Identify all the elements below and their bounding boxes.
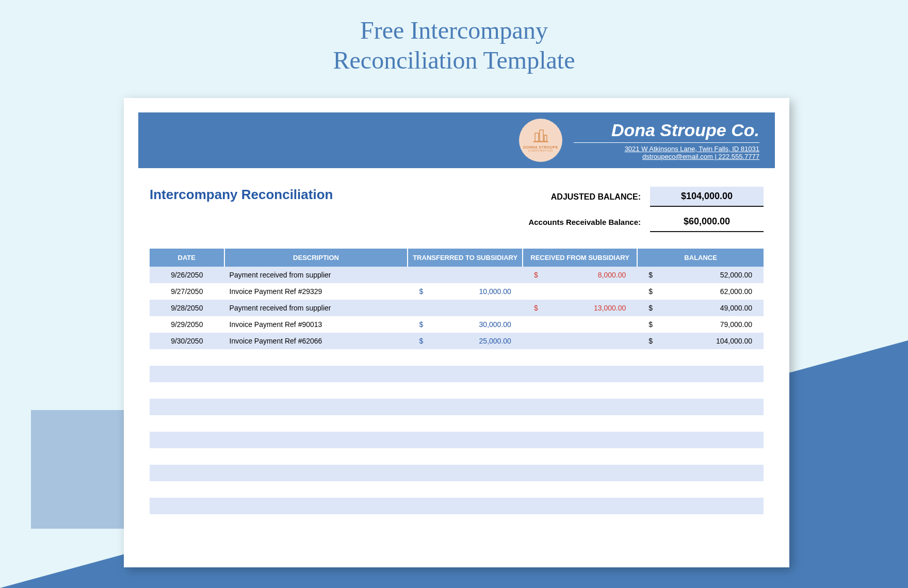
logo-text: DONNA STROUPE bbox=[523, 145, 558, 149]
table-row-empty bbox=[150, 349, 764, 366]
cell-description: Payment received from supplier bbox=[224, 267, 408, 283]
cell-empty bbox=[224, 415, 408, 432]
dollar-sign: $ bbox=[419, 337, 423, 345]
cell-received bbox=[523, 316, 637, 333]
table-row-empty bbox=[150, 415, 764, 432]
cell-empty bbox=[408, 366, 522, 382]
cell-transferred: $10,000.00 bbox=[408, 283, 522, 300]
logo-subtext: CORPORATION bbox=[528, 149, 553, 152]
dollar-sign: $ bbox=[648, 271, 653, 279]
table-row-empty bbox=[150, 448, 764, 465]
company-name: Dona Stroupe Co. bbox=[574, 120, 759, 140]
svg-rect-2 bbox=[544, 135, 547, 141]
cell-transferred: $30,000.00 bbox=[408, 316, 522, 333]
adjusted-balance-label: ADJUSTED BALANCE: bbox=[551, 192, 650, 202]
page-title-line1: Free Intercompany bbox=[360, 17, 548, 44]
cell-empty bbox=[637, 465, 764, 481]
building-icon bbox=[533, 129, 548, 144]
cell-empty bbox=[408, 382, 522, 399]
cell-balance: $52,000.00 bbox=[637, 267, 764, 283]
cell-empty bbox=[150, 448, 224, 465]
dollar-sign: $ bbox=[648, 320, 653, 329]
cell-empty bbox=[224, 349, 408, 366]
cell-empty bbox=[150, 399, 224, 415]
cell-empty bbox=[637, 498, 764, 514]
cell-empty bbox=[408, 399, 522, 415]
cell-received bbox=[523, 283, 637, 300]
cell-balance: $49,000.00 bbox=[637, 300, 764, 316]
reconciliation-table: DATE DESCRIPTION TRANSFERRED TO SUBSIDIA… bbox=[150, 249, 764, 514]
cell-transferred bbox=[408, 267, 522, 283]
cell-empty bbox=[637, 399, 764, 415]
amount: 79,000.00 bbox=[720, 320, 752, 329]
cell-date: 9/29/2050 bbox=[150, 316, 224, 333]
col-header-received: RECEIVED FROM SUBSIDIARY bbox=[523, 249, 637, 267]
dollar-sign: $ bbox=[648, 337, 653, 345]
amount: 30,000.00 bbox=[479, 320, 511, 329]
cell-empty bbox=[224, 382, 408, 399]
cell-empty bbox=[523, 432, 637, 448]
page-title-line2: Reconciliation Template bbox=[333, 46, 575, 74]
cell-empty bbox=[637, 415, 764, 432]
table-row-empty bbox=[150, 366, 764, 382]
cell-empty bbox=[224, 448, 408, 465]
dollar-sign: $ bbox=[648, 304, 653, 312]
cell-empty bbox=[408, 465, 522, 481]
cell-empty bbox=[224, 432, 408, 448]
table-row-empty bbox=[150, 481, 764, 498]
amount: 13,000.00 bbox=[594, 304, 626, 312]
cell-empty bbox=[523, 448, 637, 465]
header-divider bbox=[574, 142, 759, 143]
cell-date: 9/26/2050 bbox=[150, 267, 224, 283]
amount: 52,000.00 bbox=[720, 271, 752, 279]
cell-empty bbox=[224, 366, 408, 382]
cell-empty bbox=[408, 415, 522, 432]
cell-empty bbox=[637, 448, 764, 465]
ar-balance-row: Accounts Receivable Balance: $60,000.00 bbox=[528, 212, 764, 232]
cell-date: 9/30/2050 bbox=[150, 333, 224, 349]
cell-empty bbox=[523, 349, 637, 366]
cell-balance: $62,000.00 bbox=[637, 283, 764, 300]
table-row: 9/27/2050Invoice Payment Ref #29329$10,0… bbox=[150, 283, 764, 300]
document-sheet: DONNA STROUPE CORPORATION Dona Stroupe C… bbox=[124, 98, 789, 567]
cell-empty bbox=[150, 415, 224, 432]
table-row-empty bbox=[150, 432, 764, 448]
cell-empty bbox=[523, 399, 637, 415]
cell-empty bbox=[224, 399, 408, 415]
table-body: 9/26/2050Payment received from supplier$… bbox=[150, 267, 764, 514]
table-row-empty bbox=[150, 382, 764, 399]
cell-transferred bbox=[408, 300, 522, 316]
cell-date: 9/28/2050 bbox=[150, 300, 224, 316]
cell-transferred: $25,000.00 bbox=[408, 333, 522, 349]
table-row: 9/30/2050Invoice Payment Ref #62066$25,0… bbox=[150, 333, 764, 349]
cell-description: Invoice Payment Ref #29329 bbox=[224, 283, 408, 300]
table-header-row: DATE DESCRIPTION TRANSFERRED TO SUBSIDIA… bbox=[150, 249, 764, 267]
cell-empty bbox=[637, 349, 764, 366]
cell-balance: $79,000.00 bbox=[637, 316, 764, 333]
dollar-sign: $ bbox=[648, 287, 653, 296]
amount: 8,000.00 bbox=[598, 271, 626, 279]
amount: 10,000.00 bbox=[479, 287, 511, 296]
cell-empty bbox=[408, 432, 522, 448]
cell-received: $13,000.00 bbox=[523, 300, 637, 316]
cell-empty bbox=[408, 349, 522, 366]
cell-empty bbox=[408, 481, 522, 498]
cell-empty bbox=[523, 465, 637, 481]
cell-empty bbox=[150, 481, 224, 498]
cell-empty bbox=[408, 498, 522, 514]
cell-empty bbox=[224, 498, 408, 514]
cell-empty bbox=[224, 465, 408, 481]
page-title: Free Intercompany Reconciliation Templat… bbox=[0, 0, 908, 75]
amount: 62,000.00 bbox=[720, 287, 752, 296]
col-header-transferred: TRANSFERRED TO SUBSIDIARY bbox=[408, 249, 522, 267]
ar-balance-value: $60,000.00 bbox=[650, 212, 764, 232]
cell-empty bbox=[408, 448, 522, 465]
table-row-empty bbox=[150, 465, 764, 481]
company-contact: dstroupeco@email.com | 222.555.7777 bbox=[574, 153, 759, 160]
cell-description: Payment received from supplier bbox=[224, 300, 408, 316]
cell-empty bbox=[150, 432, 224, 448]
dollar-sign: $ bbox=[534, 271, 538, 279]
balance-summary: ADJUSTED BALANCE: $104,000.00 Accounts R… bbox=[528, 187, 764, 237]
cell-description: Invoice Payment Ref #62066 bbox=[224, 333, 408, 349]
col-header-balance: BALANCE bbox=[637, 249, 764, 267]
